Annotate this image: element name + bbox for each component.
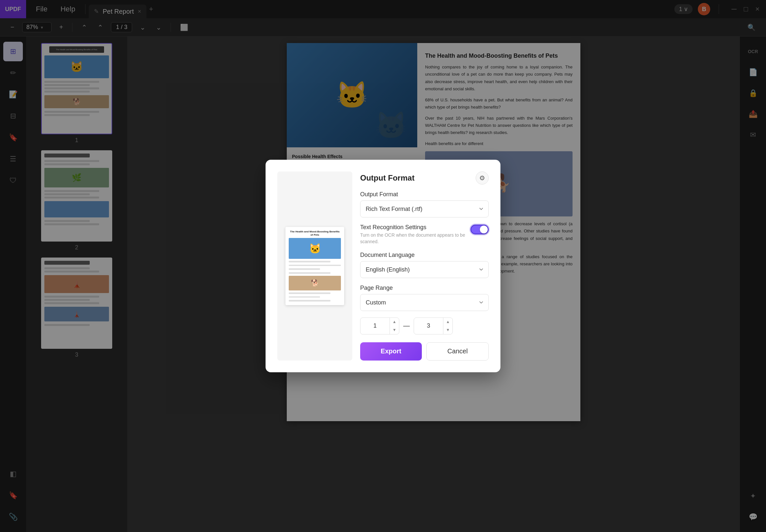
ocr-description: Turn on the OCR when the document appear… — [360, 232, 466, 245]
output-format-group: Output Format Rich Text Format (.rtf)Mic… — [360, 191, 489, 217]
page-range-label: Page Range — [360, 285, 489, 291]
cancel-button[interactable]: Cancel — [426, 342, 489, 361]
preview-dog-image: 🐕 — [289, 276, 341, 291]
range-end-value[interactable] — [414, 322, 443, 329]
document-language-label: Document Language — [360, 252, 489, 259]
range-end-up[interactable]: ▲ — [443, 318, 452, 326]
preview-line-5 — [289, 292, 331, 294]
dialog-settings-button[interactable]: ⚙ — [476, 171, 489, 185]
modal-overlay: The Health and Mood-Boosting Benefits of… — [0, 0, 766, 532]
dialog-form: Output Format ⚙ Output Format Rich Text … — [360, 171, 489, 360]
range-start-input[interactable]: ▲ ▼ — [360, 318, 399, 334]
preview-line-3 — [289, 268, 320, 270]
ocr-toggle-switch[interactable] — [470, 225, 489, 234]
page-range-group: Page Range All PagesCurrent PageCustom — [360, 285, 489, 311]
range-dash: — — [403, 322, 410, 330]
page-range-select[interactable]: All PagesCurrent PageCustom — [360, 294, 489, 311]
range-end-spinners: ▲ ▼ — [443, 318, 452, 334]
range-start-down[interactable]: ▼ — [390, 326, 399, 334]
preview-line-6 — [289, 296, 320, 298]
range-end-input[interactable]: ▲ ▼ — [414, 318, 453, 334]
output-format-label: Output Format — [360, 191, 489, 198]
output-format-select[interactable]: Rich Text Format (.rtf)Microsoft Word (.… — [360, 200, 489, 217]
export-button[interactable]: Export — [360, 342, 422, 361]
preview-line-1 — [289, 261, 331, 262]
range-start-spinners: ▲ ▼ — [390, 318, 399, 334]
dialog-title: Output Format — [360, 173, 415, 183]
document-language-group: Document Language English (English)Chine… — [360, 252, 489, 278]
page-range-inputs: ▲ ▼ — ▲ ▼ — [360, 318, 489, 334]
preview-title: The Health and Mood-Boosting Benefits of… — [289, 230, 341, 236]
dialog-buttons: Export Cancel — [360, 342, 489, 361]
settings-icon: ⚙ — [479, 174, 485, 182]
range-start-value[interactable] — [361, 322, 390, 329]
range-start-up[interactable]: ▲ — [390, 318, 399, 326]
preview-cat-image: 🐱 — [289, 238, 341, 259]
preview-line-4 — [289, 272, 331, 274]
export-dialog: The Health and Mood-Boosting Benefits of… — [266, 160, 500, 372]
preview-line-2 — [289, 265, 341, 266]
dialog-header: Output Format ⚙ — [360, 171, 489, 185]
preview-line-7 — [289, 300, 331, 302]
dialog-preview-inner: The Health and Mood-Boosting Benefits of… — [286, 227, 344, 305]
dialog-preview: The Health and Mood-Boosting Benefits of… — [277, 171, 352, 360]
ocr-toggle-text: Text Recognition Settings Turn on the OC… — [360, 224, 466, 245]
toggle-knob — [480, 226, 488, 233]
ocr-label: Text Recognition Settings — [360, 224, 466, 231]
ocr-toggle-row: Text Recognition Settings Turn on the OC… — [360, 224, 489, 245]
document-language-select[interactable]: English (English)Chinese (Simplified)Fre… — [360, 261, 489, 278]
range-end-down[interactable]: ▼ — [443, 326, 452, 334]
